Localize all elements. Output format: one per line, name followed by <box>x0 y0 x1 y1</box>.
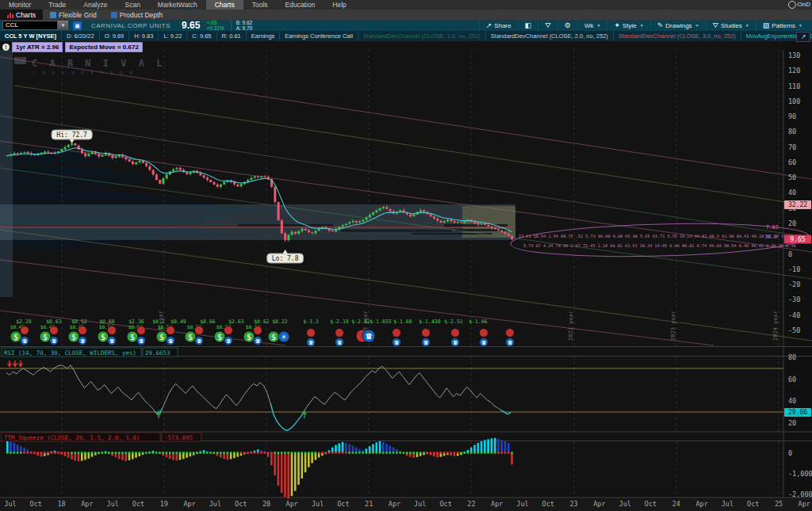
quick-study-button[interactable]: ⛛ <box>538 20 557 31</box>
squeeze-bar <box>487 439 489 452</box>
squeeze-dot <box>511 452 513 453</box>
menu-monitor[interactable]: Monitor <box>0 0 40 10</box>
shared-symbol-icon[interactable]: ▣ <box>73 21 82 30</box>
menu-charts[interactable]: Charts <box>206 0 243 10</box>
price-tick: 80 <box>788 128 796 135</box>
candle-body <box>159 180 161 184</box>
menu-analyze[interactable]: Analyze <box>75 0 116 10</box>
menu-scan[interactable]: Scan <box>116 0 148 10</box>
study-stddev-1[interactable]: StandardDevChannel (CLOSE, 1.0, no, 252) <box>358 31 486 41</box>
candle-body <box>318 229 320 231</box>
chevron-down-icon: ▼ <box>596 23 600 28</box>
candle-body <box>369 215 371 217</box>
grid-view-button[interactable]: ◧ <box>518 20 538 31</box>
squeeze-dot <box>118 452 121 453</box>
ondemand-button[interactable]: OnD <box>788 0 810 10</box>
squeeze-bar <box>270 453 273 466</box>
squeeze-dot <box>13 452 16 453</box>
squeeze-dot <box>223 452 225 453</box>
band-streak <box>341 230 452 232</box>
candle-body <box>440 221 442 223</box>
candle-body <box>287 235 289 240</box>
symbol-dropdown-button[interactable]: ▼ <box>58 21 68 30</box>
earnings-icon[interactable] <box>50 326 59 335</box>
price-change: +.03+0.31% <box>206 20 224 31</box>
drawings-button[interactable]: ✎Drawings▼ <box>650 20 706 31</box>
earnings-icon[interactable] <box>224 326 233 335</box>
study-stddev-3[interactable]: StandardDevChannel (CLOSE, 3.0, no, 252) <box>614 31 741 41</box>
tab-flexible-grid[interactable]: Flexible Grid <box>43 10 104 20</box>
candle-body <box>67 145 70 147</box>
squeeze-dot <box>128 452 131 453</box>
symbol-input[interactable] <box>2 21 58 30</box>
dividend-icon-glyph: $ <box>247 332 251 341</box>
earnings-icon[interactable] <box>393 329 401 337</box>
earnings-icon[interactable] <box>254 326 262 335</box>
maximize-chart-icon[interactable]: ↗ <box>796 32 810 42</box>
squeeze-bar <box>335 445 337 453</box>
price-tick: 90 <box>788 112 796 120</box>
studies-button[interactable]: ⛛Studies▼ <box>706 20 756 31</box>
squeeze-dot <box>166 452 168 453</box>
squeeze-dot <box>71 452 73 453</box>
squeeze-bar <box>227 453 229 460</box>
timeframe-button[interactable]: Wk▼ <box>577 20 607 31</box>
band-price-text: 32.22 <box>788 201 807 208</box>
squeeze-dot <box>30 452 33 453</box>
squeeze-dot <box>257 452 259 453</box>
squeeze-dot <box>436 452 439 453</box>
squeeze-dot <box>311 452 313 453</box>
squeeze-dot <box>124 452 127 453</box>
earnings-icon[interactable] <box>79 326 87 335</box>
candle-body <box>358 221 361 223</box>
squeeze-dot <box>27 452 29 453</box>
earnings-icon[interactable] <box>307 329 316 337</box>
chevron-down-icon: ▼ <box>695 23 699 28</box>
earnings-icon[interactable] <box>167 326 175 335</box>
earnings-icon[interactable] <box>137 326 146 335</box>
earnings-icon[interactable] <box>195 326 204 335</box>
earnings-call-toggle[interactable]: Earnings Conference Call <box>280 31 358 41</box>
info-icon[interactable]: ! <box>2 44 10 51</box>
earnings-icon[interactable] <box>451 329 460 337</box>
chart-canvas[interactable]: C A R N I V A LC O R P O R A T I O N2018… <box>0 0 812 511</box>
chevron-down-icon: ▼ <box>640 23 644 28</box>
earnings-icon[interactable] <box>480 329 488 337</box>
candle-body <box>172 170 174 172</box>
eps-label: $0.22 <box>272 318 288 325</box>
study-stddev-2[interactable]: StandardDevChannel (CLOSE, 2.0, no, 252) <box>486 31 614 41</box>
menu-tools[interactable]: Tools <box>243 0 277 10</box>
squeeze-bar <box>308 453 310 467</box>
tab-charts[interactable]: Charts <box>0 10 43 20</box>
earnings-icon[interactable] <box>506 329 515 337</box>
earnings-icon[interactable] <box>108 326 117 335</box>
style-button[interactable]: ✦Style▼ <box>607 20 649 31</box>
squeeze-dot <box>372 452 374 453</box>
menu-education[interactable]: Education <box>277 0 324 10</box>
squeeze-dot <box>375 452 377 453</box>
squeeze-bar <box>338 444 340 453</box>
dividend-icon-glyph: $ <box>43 332 48 341</box>
menu-trade[interactable]: Trade <box>40 0 75 10</box>
earnings-toggle[interactable]: Earnings <box>247 31 281 41</box>
squeeze-dot <box>115 452 117 453</box>
candle-body <box>44 151 46 152</box>
earnings-icon[interactable] <box>422 329 431 337</box>
tab-product-depth[interactable]: Product Depth <box>104 10 170 20</box>
patterns-button[interactable]: ▨Patterns▼ <box>756 20 809 31</box>
squeeze-bar <box>297 453 300 485</box>
price-tick: 70 <box>788 143 796 151</box>
squeeze-dot <box>301 452 303 453</box>
style-icon: ✦ <box>614 20 620 31</box>
menu-marketwatch[interactable]: MarketWatch <box>149 0 206 10</box>
share-button[interactable]: ↗Share <box>479 20 518 31</box>
earnings-icon[interactable] <box>21 326 29 335</box>
menu-help[interactable]: Help <box>324 0 354 10</box>
chart-info-badges: ! 1yr ATR = 2.96 Expected Move = 0.672 <box>2 42 143 52</box>
settings-button[interactable]: ⚙ <box>557 20 577 31</box>
earnings-icon[interactable] <box>335 329 344 337</box>
candle-body <box>260 176 262 177</box>
squeeze-bar <box>172 453 174 460</box>
squeeze-dot <box>270 452 273 453</box>
squeeze-dot <box>345 452 347 453</box>
